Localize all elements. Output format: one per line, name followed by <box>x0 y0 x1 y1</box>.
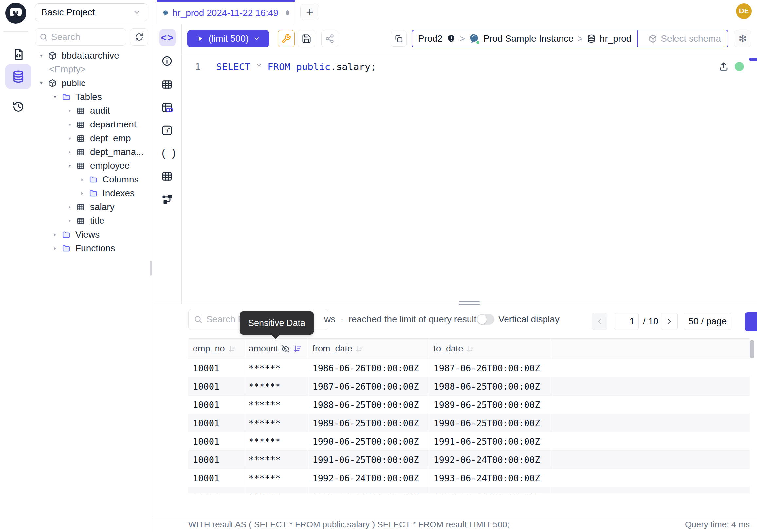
tree-item-functions[interactable]: Functions <box>31 241 152 255</box>
sidebar-search-input[interactable] <box>51 32 113 42</box>
caret-right-icon[interactable] <box>67 205 72 210</box>
prev-page-button[interactable] <box>591 313 607 330</box>
project-select[interactable]: Basic Project <box>35 3 147 21</box>
tree-item-department[interactable]: department <box>31 118 152 131</box>
tree-item-dept-emp[interactable]: dept_emp <box>31 131 152 145</box>
table-list-button[interactable] <box>161 170 173 182</box>
editor-scroll-indicator[interactable] <box>749 58 757 61</box>
history-nav-button[interactable] <box>5 94 31 119</box>
upload-sql-button[interactable] <box>718 61 729 72</box>
avatar[interactable]: DE <box>736 3 752 19</box>
caret-down-icon[interactable] <box>39 80 44 86</box>
app-logo-icon[interactable] <box>5 3 26 24</box>
run-query-button[interactable]: (limit 500) <box>187 30 269 47</box>
new-tab-button[interactable]: + <box>300 4 319 20</box>
tree-item-employee[interactable]: employee <box>31 159 152 172</box>
page-number-input[interactable]: 1 <box>614 313 639 330</box>
sort-icon[interactable] <box>466 345 475 353</box>
database-nav-button[interactable] <box>5 64 31 89</box>
export-button[interactable] <box>745 312 757 331</box>
page-size-select[interactable]: 50 / page <box>684 313 732 330</box>
next-page-button[interactable] <box>661 313 678 330</box>
table-row[interactable]: 10001******1992-06-24T00:00:00Z1993-06-2… <box>188 469 750 487</box>
column-label: emp_no <box>193 344 225 354</box>
worksheet-nav-button[interactable] <box>5 42 31 67</box>
unsaved-dot-icon <box>286 11 289 16</box>
column-label: to_date <box>434 344 463 354</box>
table-panel-button[interactable] <box>161 78 173 90</box>
editor-icon-column: <> ( ) <box>152 24 182 328</box>
share-icon <box>325 34 334 43</box>
sort-icon[interactable] <box>355 345 364 353</box>
tree-item-indexes[interactable]: Indexes <box>31 186 152 200</box>
caret-right-icon[interactable] <box>67 109 72 113</box>
caret-down-icon[interactable] <box>39 53 44 58</box>
tree-item-title[interactable]: title <box>31 214 152 228</box>
caret-right-icon[interactable] <box>67 150 72 155</box>
schema-diagram-button[interactable] <box>161 193 173 205</box>
batch-query-button[interactable] <box>391 31 407 47</box>
ai-assistant-button[interactable]: ✻ <box>734 30 751 47</box>
sort-icon[interactable] <box>293 344 302 354</box>
caret-right-icon[interactable] <box>79 191 85 196</box>
tree-item-bbdataarchive[interactable]: bbdataarchive <box>31 49 152 63</box>
caret-right-icon[interactable] <box>52 246 58 251</box>
table-row[interactable]: 10001******1990-06-25T00:00:00Z1991-06-2… <box>188 432 750 451</box>
connection-breadcrumb[interactable]: Prod2 > Prod Sample Instance > hr_prod S… <box>411 30 728 47</box>
editor-line-1[interactable]: 1 SELECT * FROM public.salary; <box>182 53 757 73</box>
table-row[interactable]: 10001******1987-06-26T00:00:00Z1988-06-2… <box>188 377 750 396</box>
tree-item-dept-manager[interactable]: dept_mana... <box>31 145 152 159</box>
refresh-schema-button[interactable] <box>130 28 148 46</box>
column-header-amount[interactable]: amount <box>244 339 308 359</box>
sql-table: salary; <box>336 61 376 73</box>
share-sheet-button[interactable] <box>321 30 338 47</box>
tree-item-tables[interactable]: Tables <box>31 90 152 104</box>
caret-down-icon[interactable] <box>67 163 72 169</box>
sql-editor[interactable]: 1 SELECT * FROM public.salary; <box>182 53 757 328</box>
vertical-display-toggle[interactable] <box>477 314 495 325</box>
results-scrollbar-thumb[interactable] <box>750 340 754 359</box>
eye-off-icon[interactable] <box>281 345 290 353</box>
function-panel-button[interactable] <box>161 124 173 136</box>
table-row[interactable]: 10001******1989-06-25T00:00:00Z1990-06-2… <box>188 414 750 432</box>
column-label: amount <box>249 344 278 354</box>
column-header-from-date[interactable]: from_date <box>308 339 429 359</box>
sidebar-resize-handle[interactable] <box>150 261 152 276</box>
caret-right-icon[interactable] <box>52 232 58 237</box>
info-button[interactable] <box>161 55 173 67</box>
caret-down-icon[interactable] <box>52 94 58 100</box>
table-row[interactable]: 10001******1993-06-24T00:00:00Z1994-06-2… <box>188 487 750 494</box>
worksheet-tab-active[interactable]: hr_prod 2024-11-22 16:49 <box>157 0 295 24</box>
sql-code[interactable]: SELECT * FROM public.salary; <box>216 61 376 73</box>
caret-right-icon[interactable] <box>79 177 85 182</box>
tree-item-label: public <box>62 78 85 88</box>
tree-item-columns[interactable]: Columns <box>31 172 152 186</box>
tree-item-public[interactable]: public <box>31 76 152 90</box>
tree-item-views[interactable]: Views <box>31 228 152 241</box>
schema-selector[interactable]: Select schema <box>642 33 728 44</box>
column-header-to-date[interactable]: to_date <box>429 339 552 359</box>
sort-icon[interactable] <box>228 345 236 353</box>
code-view-button[interactable]: <> <box>160 29 176 46</box>
column-header-emp-no[interactable]: emp_no <box>188 339 244 359</box>
tree-item-label: <Empty> <box>49 64 86 75</box>
folder-icon <box>89 175 99 184</box>
table-row[interactable]: 10001******1988-06-25T00:00:00Z1989-06-2… <box>188 396 750 414</box>
caret-right-icon[interactable] <box>67 218 72 223</box>
caret-right-icon[interactable] <box>67 136 72 141</box>
chevron-down-icon[interactable] <box>253 35 260 42</box>
table-search-button[interactable] <box>161 102 173 114</box>
tree-item-salary[interactable]: salary <box>31 200 152 214</box>
table-row[interactable]: 10001******1991-06-25T00:00:00Z1992-06-2… <box>188 451 750 469</box>
tab-title: hr_prod 2024-11-22 16:49 <box>172 8 278 18</box>
sidebar-search[interactable] <box>35 28 126 46</box>
save-sheet-button[interactable] <box>298 30 315 47</box>
pane-resize-handle[interactable] <box>459 301 480 307</box>
tree-item-audit[interactable]: audit <box>31 104 152 118</box>
table-row[interactable]: 10001******1986-06-26T00:00:00Z1987-06-2… <box>188 359 750 377</box>
wrench-icon <box>281 34 291 44</box>
format-sql-button[interactable] <box>278 30 295 47</box>
rail-divider <box>3 31 28 32</box>
parentheses-button[interactable]: ( ) <box>162 147 177 159</box>
caret-right-icon[interactable] <box>67 122 72 127</box>
